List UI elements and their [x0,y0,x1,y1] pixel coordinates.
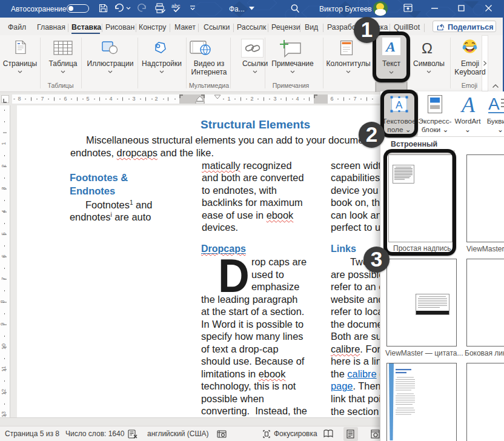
svg-text:A: A [460,93,476,116]
svg-text:A: A [488,94,500,113]
svg-text:Ω: Ω [422,40,433,56]
